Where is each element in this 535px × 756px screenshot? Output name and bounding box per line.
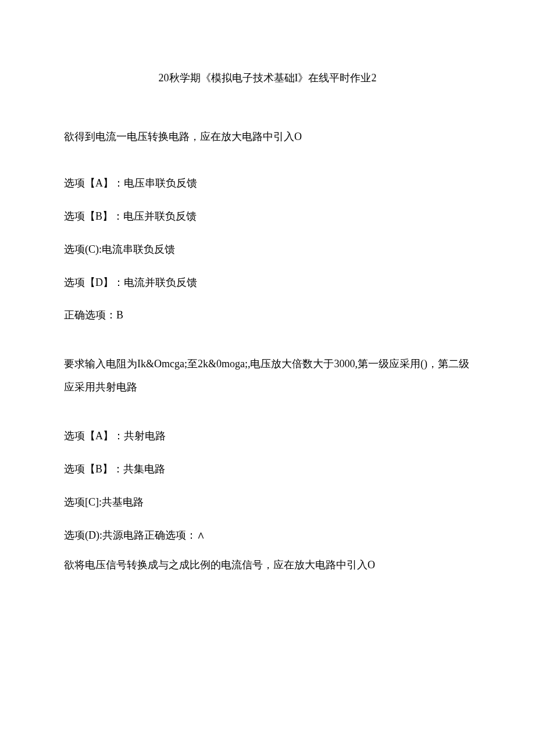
question-1-answer: 正确选项：B [64, 307, 471, 324]
question-2-option-a: 选项【A】：共射电路 [64, 428, 471, 445]
question-1-text: 欲得到电流一电压转换电路，应在放大电路中引入O [64, 127, 471, 146]
question-2-option-b: 选项【B】：共集电路 [64, 461, 471, 478]
question-1-option-c: 选项(C):电流串联负反馈 [64, 241, 471, 258]
question-1-option-b: 选项【B】：电压并联负反馈 [64, 208, 471, 225]
question-2-text: 要求输入电阻为Ik&Omcga;至2k&0moga;,电压放大倍数大于3000,… [64, 353, 471, 399]
document-title: 20秋学期《模拟电子技术基础I》在线平时作业2 [64, 70, 471, 87]
question-2-option-d: 选项(D):共源电路正确选项：∧ [64, 527, 471, 544]
question-3-text: 欲将电压信号转换成与之成比例的电流信号，应在放大电路中引入O [64, 556, 471, 574]
question-2-option-c: 选项[C]:共基电路 [64, 494, 471, 511]
question-1-option-a: 选项【A】：电压串联负反馈 [64, 175, 471, 192]
question-1-option-d: 选项【D】：电流并联负反馈 [64, 274, 471, 291]
